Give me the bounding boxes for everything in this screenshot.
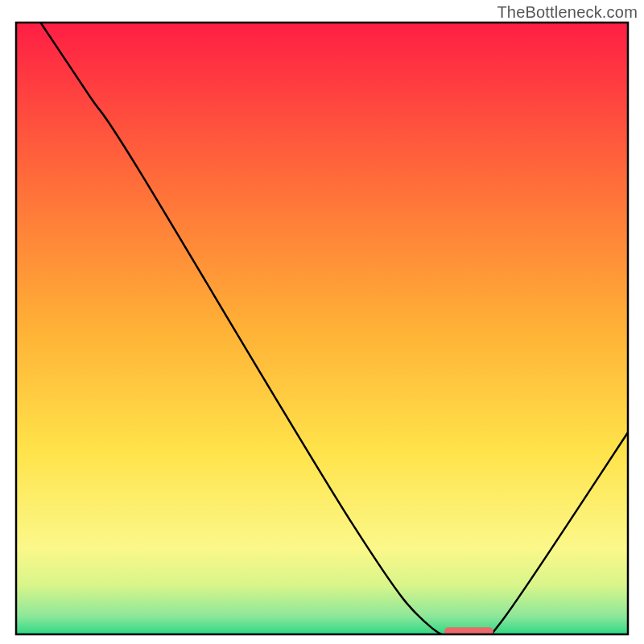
watermark-text: TheBottleneck.com: [497, 3, 638, 22]
gradient-background: [16, 23, 628, 634]
chart-container: TheBottleneck.com: [0, 0, 644, 644]
bottleneck-chart: [0, 0, 644, 644]
